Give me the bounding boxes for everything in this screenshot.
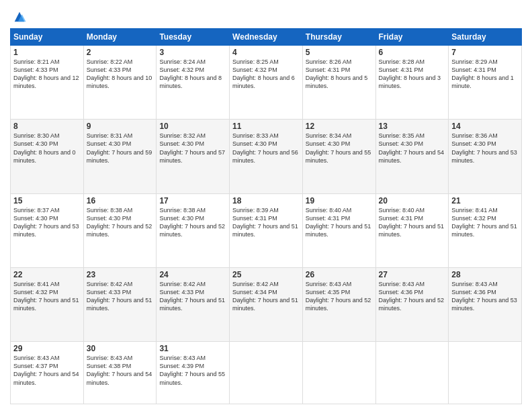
day-number: 12 bbox=[306, 122, 373, 131]
logo bbox=[10, 9, 27, 24]
day-number: 27 bbox=[379, 270, 446, 279]
calendar-cell: 26Sunrise: 8:43 AMSunset: 4:35 PMDayligh… bbox=[302, 267, 375, 341]
day-info: Sunrise: 8:42 AMSunset: 4:34 PMDaylight:… bbox=[232, 280, 300, 313]
calendar-cell: 17Sunrise: 8:38 AMSunset: 4:30 PMDayligh… bbox=[157, 193, 230, 267]
day-number: 19 bbox=[306, 196, 373, 205]
calendar-cell: 6Sunrise: 8:28 AMSunset: 4:31 PMDaylight… bbox=[375, 46, 449, 120]
calendar-cell: 14Sunrise: 8:36 AMSunset: 4:30 PMDayligh… bbox=[449, 120, 522, 193]
calendar-cell: 18Sunrise: 8:39 AMSunset: 4:31 PMDayligh… bbox=[230, 193, 303, 267]
page: SundayMondayTuesdayWednesdayThursdayFrid… bbox=[0, 0, 532, 411]
calendar-cell bbox=[449, 342, 522, 404]
day-number: 31 bbox=[159, 344, 226, 353]
day-info: Sunrise: 8:43 AMSunset: 4:36 PMDaylight:… bbox=[451, 280, 519, 313]
calendar-cell: 5Sunrise: 8:26 AMSunset: 4:31 PMDaylight… bbox=[302, 46, 375, 120]
calendar-cell: 27Sunrise: 8:43 AMSunset: 4:36 PMDayligh… bbox=[375, 267, 449, 341]
day-info: Sunrise: 8:39 AMSunset: 4:31 PMDaylight:… bbox=[232, 206, 300, 239]
day-info: Sunrise: 8:29 AMSunset: 4:31 PMDaylight:… bbox=[451, 58, 519, 91]
day-number: 4 bbox=[232, 48, 300, 57]
day-info: Sunrise: 8:24 AMSunset: 4:32 PMDaylight:… bbox=[159, 58, 226, 91]
day-info: Sunrise: 8:43 AMSunset: 4:35 PMDaylight:… bbox=[306, 280, 373, 313]
day-info: Sunrise: 8:41 AMSunset: 4:32 PMDaylight:… bbox=[451, 206, 519, 239]
day-info: Sunrise: 8:40 AMSunset: 4:31 PMDaylight:… bbox=[379, 206, 446, 239]
calendar-cell: 4Sunrise: 8:25 AMSunset: 4:32 PMDaylight… bbox=[230, 46, 303, 120]
day-info: Sunrise: 8:30 AMSunset: 4:30 PMDaylight:… bbox=[13, 132, 81, 165]
day-number: 13 bbox=[379, 122, 446, 131]
day-number: 2 bbox=[87, 48, 154, 57]
day-info: Sunrise: 8:36 AMSunset: 4:30 PMDaylight:… bbox=[451, 132, 519, 165]
calendar-table: SundayMondayTuesdayWednesdayThursdayFrid… bbox=[10, 28, 522, 404]
calendar-cell: 7Sunrise: 8:29 AMSunset: 4:31 PMDaylight… bbox=[449, 46, 522, 120]
day-info: Sunrise: 8:41 AMSunset: 4:32 PMDaylight:… bbox=[13, 280, 81, 313]
day-number: 21 bbox=[451, 196, 519, 205]
day-number: 29 bbox=[13, 344, 81, 353]
calendar-cell: 2Sunrise: 8:22 AMSunset: 4:33 PMDaylight… bbox=[83, 46, 157, 120]
calendar-cell: 1Sunrise: 8:21 AMSunset: 4:33 PMDaylight… bbox=[11, 46, 84, 120]
day-number: 14 bbox=[451, 122, 519, 131]
day-info: Sunrise: 8:43 AMSunset: 4:38 PMDaylight:… bbox=[87, 354, 154, 387]
day-info: Sunrise: 8:28 AMSunset: 4:31 PMDaylight:… bbox=[379, 58, 446, 91]
day-number: 11 bbox=[232, 122, 300, 131]
day-number: 17 bbox=[159, 196, 226, 205]
day-info: Sunrise: 8:37 AMSunset: 4:30 PMDaylight:… bbox=[13, 206, 81, 239]
day-info: Sunrise: 8:26 AMSunset: 4:31 PMDaylight:… bbox=[306, 58, 373, 91]
day-info: Sunrise: 8:43 AMSunset: 4:37 PMDaylight:… bbox=[13, 354, 81, 387]
day-header-sunday: Sunday bbox=[11, 29, 84, 46]
day-info: Sunrise: 8:42 AMSunset: 4:33 PMDaylight:… bbox=[159, 280, 226, 313]
day-number: 22 bbox=[13, 270, 81, 279]
calendar-cell: 28Sunrise: 8:43 AMSunset: 4:36 PMDayligh… bbox=[449, 267, 522, 341]
day-number: 28 bbox=[451, 270, 519, 279]
day-number: 1 bbox=[13, 48, 81, 57]
day-number: 24 bbox=[159, 270, 226, 279]
day-info: Sunrise: 8:34 AMSunset: 4:30 PMDaylight:… bbox=[306, 132, 373, 165]
calendar-cell bbox=[302, 342, 375, 404]
calendar-cell: 19Sunrise: 8:40 AMSunset: 4:31 PMDayligh… bbox=[302, 193, 375, 267]
calendar-cell: 16Sunrise: 8:38 AMSunset: 4:30 PMDayligh… bbox=[83, 193, 157, 267]
day-number: 6 bbox=[379, 48, 446, 57]
day-info: Sunrise: 8:40 AMSunset: 4:31 PMDaylight:… bbox=[306, 206, 373, 239]
day-info: Sunrise: 8:43 AMSunset: 4:36 PMDaylight:… bbox=[379, 280, 446, 313]
calendar-cell: 11Sunrise: 8:33 AMSunset: 4:30 PMDayligh… bbox=[230, 120, 303, 193]
day-info: Sunrise: 8:31 AMSunset: 4:30 PMDaylight:… bbox=[87, 132, 154, 165]
day-info: Sunrise: 8:33 AMSunset: 4:30 PMDaylight:… bbox=[232, 132, 300, 165]
day-number: 20 bbox=[379, 196, 446, 205]
day-header-wednesday: Wednesday bbox=[230, 29, 303, 46]
day-number: 25 bbox=[232, 270, 300, 279]
calendar-cell bbox=[230, 342, 303, 404]
day-info: Sunrise: 8:22 AMSunset: 4:33 PMDaylight:… bbox=[87, 58, 154, 91]
day-header-saturday: Saturday bbox=[449, 29, 522, 46]
day-header-friday: Friday bbox=[375, 29, 449, 46]
day-header-tuesday: Tuesday bbox=[157, 29, 230, 46]
day-number: 23 bbox=[87, 270, 154, 279]
calendar-cell: 29Sunrise: 8:43 AMSunset: 4:37 PMDayligh… bbox=[11, 342, 84, 404]
day-number: 15 bbox=[13, 196, 81, 205]
calendar-cell: 21Sunrise: 8:41 AMSunset: 4:32 PMDayligh… bbox=[449, 193, 522, 267]
calendar-cell: 24Sunrise: 8:42 AMSunset: 4:33 PMDayligh… bbox=[157, 267, 230, 341]
day-number: 30 bbox=[87, 344, 154, 353]
day-info: Sunrise: 8:43 AMSunset: 4:39 PMDaylight:… bbox=[159, 354, 226, 387]
day-info: Sunrise: 8:21 AMSunset: 4:33 PMDaylight:… bbox=[13, 58, 81, 91]
day-number: 9 bbox=[87, 122, 154, 131]
day-number: 8 bbox=[13, 122, 81, 131]
day-info: Sunrise: 8:42 AMSunset: 4:33 PMDaylight:… bbox=[87, 280, 154, 313]
calendar-cell: 3Sunrise: 8:24 AMSunset: 4:32 PMDaylight… bbox=[157, 46, 230, 120]
day-info: Sunrise: 8:38 AMSunset: 4:30 PMDaylight:… bbox=[87, 206, 154, 239]
day-number: 18 bbox=[232, 196, 300, 205]
day-number: 10 bbox=[159, 122, 226, 131]
logo-icon bbox=[12, 9, 27, 24]
day-info: Sunrise: 8:25 AMSunset: 4:32 PMDaylight:… bbox=[232, 58, 300, 91]
calendar-cell: 12Sunrise: 8:34 AMSunset: 4:30 PMDayligh… bbox=[302, 120, 375, 193]
calendar-cell bbox=[375, 342, 449, 404]
day-number: 7 bbox=[451, 48, 519, 57]
day-header-thursday: Thursday bbox=[302, 29, 375, 46]
calendar-cell: 15Sunrise: 8:37 AMSunset: 4:30 PMDayligh… bbox=[11, 193, 84, 267]
day-header-monday: Monday bbox=[83, 29, 157, 46]
calendar-cell: 22Sunrise: 8:41 AMSunset: 4:32 PMDayligh… bbox=[11, 267, 84, 341]
header bbox=[10, 7, 522, 24]
day-info: Sunrise: 8:38 AMSunset: 4:30 PMDaylight:… bbox=[159, 206, 226, 239]
calendar-cell: 10Sunrise: 8:32 AMSunset: 4:30 PMDayligh… bbox=[157, 120, 230, 193]
day-number: 3 bbox=[159, 48, 226, 57]
calendar-cell: 30Sunrise: 8:43 AMSunset: 4:38 PMDayligh… bbox=[83, 342, 157, 404]
day-info: Sunrise: 8:32 AMSunset: 4:30 PMDaylight:… bbox=[159, 132, 226, 165]
day-info: Sunrise: 8:35 AMSunset: 4:30 PMDaylight:… bbox=[379, 132, 446, 165]
day-number: 26 bbox=[306, 270, 373, 279]
